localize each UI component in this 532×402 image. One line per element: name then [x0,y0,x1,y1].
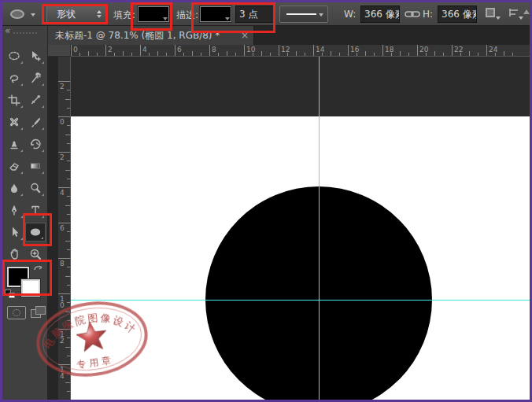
eyedropper-tool[interactable] [25,90,46,109]
blur-icon [8,182,20,194]
ruler-label: 8 [60,260,65,267]
close-tab-icon[interactable]: × [241,26,249,45]
photoshop-window: 形状 填充: 描边: 3 点 W: 366 像素 H: 366 像素 [0,0,532,402]
ruler-label: 4 [60,190,65,196]
height-label: H: [423,9,433,20]
ruler-tick [58,223,70,223]
gradient-icon [29,160,42,172]
collapse-arrow-icon[interactable] [523,9,530,14]
magic-wand-tool[interactable] [25,68,46,87]
gradient-tool[interactable] [25,157,46,175]
pasteboard [71,57,530,116]
clone-stamp-tool[interactable] [4,135,24,153]
path-selection-tool[interactable] [4,223,24,242]
ruler-minor-tick [478,53,478,56]
zoom-tool[interactable] [25,245,46,264]
ruler-minor-tick [183,53,184,56]
ruler-minor-tick [322,53,323,56]
blur-tool[interactable] [4,179,24,197]
ruler-minor-tick [443,53,444,56]
default-colors-icon[interactable] [5,290,15,298]
move-icon [29,50,42,62]
eraser-tool[interactable] [4,157,24,175]
tool-preset-picker[interactable] [9,7,40,21]
ruler-label: 8 [212,46,216,53]
lasso-icon [8,72,20,84]
ruler-label: 16 [350,46,359,53]
ruler-minor-tick [88,51,89,56]
background-color-swatch[interactable] [21,279,40,297]
eraser-icon [8,160,20,172]
stroke-width-value: 3 点 [239,9,257,20]
brush-tool[interactable] [25,112,46,131]
ruler-minor-tick [270,53,271,56]
collapse-panel-button[interactable]: « [5,26,10,35]
ruler-label: 14 [316,46,324,53]
ruler-corner[interactable] [48,45,71,57]
quick-mask-mode-button[interactable] [7,306,26,319]
shape-width-field[interactable]: 366 像素 [360,6,400,23]
stroke-color-swatch[interactable] [200,6,231,22]
history-brush-tool[interactable] [25,135,46,153]
align-edges-button[interactable] [508,6,526,22]
ruler-label: 0 [73,46,78,53]
document-tab[interactable]: 未标题-1 @ 78.1% (椭圆 1, RGB/8) * × [48,26,254,45]
ruler-minor-tick [166,53,167,56]
ruler-tick [175,45,175,56]
tool-mode-select[interactable]: 形状 [46,6,108,23]
fill-color-swatch[interactable] [138,6,169,22]
crop-tool[interactable] [4,90,24,109]
ruler-minor-tick [391,53,392,56]
ruler-minor-tick [131,53,132,56]
ruler-minor-tick [67,108,70,109]
ruler-minor-tick [67,231,70,232]
stroke-width-field[interactable]: 3 点 [235,6,275,23]
ruler-tick [71,45,72,56]
ruler-minor-tick [149,53,150,56]
lasso-tool[interactable] [4,68,24,87]
ruler-minor-tick [97,53,98,56]
ruler-minor-tick [408,53,409,56]
pen-icon [8,204,20,216]
panel-grip[interactable] [13,32,37,35]
path-operations-button[interactable] [483,6,501,22]
ruler-minor-tick [434,51,435,56]
ruler-tick [105,45,106,56]
ruler-minor-tick [201,53,201,56]
horizontal-ruler[interactable]: 024681012141618202224 [71,45,530,57]
ruler-tick [244,45,245,56]
document-tab-bar: 未标题-1 @ 78.1% (椭圆 1, RGB/8) * × [48,26,530,45]
ellipse-marquee-tool[interactable] [4,46,24,65]
crop-icon [8,94,20,106]
dodge-tool[interactable] [25,179,46,197]
ellipse-marquee-icon [8,50,20,62]
path-operations-icon [486,8,495,17]
ruler-minor-tick [469,51,470,56]
healing-patch-tool[interactable] [4,112,24,131]
magic-wand-icon [29,72,42,84]
shape-height-field[interactable]: 366 像素 [438,6,477,23]
hand-tool[interactable] [4,245,24,264]
stroke-label: 描边: [176,9,198,22]
ruler-minor-tick [296,51,297,56]
ruler-tick [58,258,70,259]
link-dimensions-icon[interactable] [405,8,420,23]
ruler-minor-tick [67,214,70,215]
hand-icon [8,248,20,260]
vertical-guide[interactable] [319,57,320,400]
history-brush-icon [29,138,42,150]
move-tool[interactable] [25,46,46,65]
ruler-tick [58,116,70,117]
ellipse-shape-tool[interactable] [25,223,46,242]
ruler-minor-tick [261,51,262,56]
shape-height-value: 366 像素 [441,9,477,20]
pen-tool[interactable] [4,201,24,219]
chevron-down-icon [319,13,323,17]
stroke-style-select[interactable] [279,6,328,23]
swap-colors-icon[interactable] [32,262,45,277]
ruler-minor-tick [67,196,70,197]
type-tool[interactable] [25,201,46,219]
ruler-minor-tick [192,51,193,56]
ruler-minor-tick [287,53,288,56]
ruler-minor-tick [374,53,375,56]
